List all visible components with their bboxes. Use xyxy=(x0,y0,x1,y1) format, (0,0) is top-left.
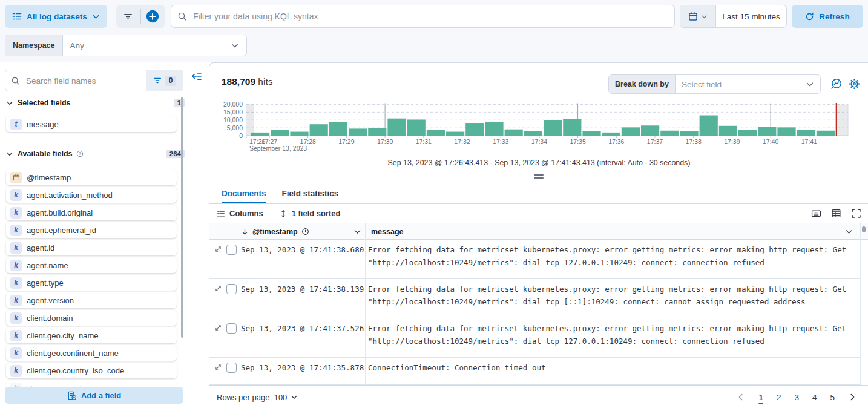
field-filter-button[interactable]: 0 xyxy=(146,70,183,91)
svg-text:17:29: 17:29 xyxy=(338,138,354,145)
timestamp-cell: Sep 13, 2023 @ 17:41:35.878 xyxy=(241,361,364,374)
page-number-3[interactable]: 3 xyxy=(794,393,799,402)
breakdown-control: Break down by Select field xyxy=(608,74,821,94)
time-range-button[interactable]: Last 15 minutes xyxy=(716,5,786,27)
namespace-select[interactable]: Any xyxy=(63,35,247,56)
breakdown-select[interactable]: Select field xyxy=(676,75,820,93)
field-name: agent.build.original xyxy=(27,208,93,217)
histogram-bar xyxy=(797,130,815,136)
date-picker-calendar-button[interactable] xyxy=(680,5,716,27)
svg-text:17:33: 17:33 xyxy=(493,138,508,145)
field-item[interactable]: kagent.build.original xyxy=(6,205,177,220)
kql-search-bar xyxy=(171,5,675,28)
chart-settings-button[interactable] xyxy=(849,78,860,90)
message-cell: Error fetching data for metricset kubern… xyxy=(368,322,855,347)
column-divider xyxy=(238,223,238,385)
sidebar-scrollbar[interactable] xyxy=(181,97,183,338)
svg-text:20,000: 20,000 xyxy=(223,101,243,108)
expand-document-button[interactable] xyxy=(214,245,222,253)
grid-toolbar: Columns 1 field sorted xyxy=(209,204,868,223)
refresh-button[interactable]: Refresh xyxy=(792,5,863,28)
histogram-svg: 05,00010,00015,00020,00017:2617:2717:281… xyxy=(209,101,868,152)
select-document-checkbox[interactable] xyxy=(226,245,237,255)
field-item[interactable]: kagent.name xyxy=(6,257,177,273)
page-number-1[interactable]: 1 xyxy=(758,393,763,402)
document-row: Sep 13, 2023 @ 17:41:35.878ConnectionTim… xyxy=(209,358,860,385)
page-number-5[interactable]: 5 xyxy=(830,393,835,402)
field-item[interactable]: kagent.version xyxy=(6,292,177,308)
field-item[interactable]: kagent.ephemeral_id xyxy=(6,222,177,238)
next-page-button[interactable] xyxy=(848,393,856,401)
selected-fields-header[interactable]: Selected fields 1 xyxy=(6,99,185,107)
histogram-chart[interactable]: 05,00010,00015,00020,00017:2617:2717:281… xyxy=(209,101,868,152)
histogram-bar xyxy=(660,131,679,136)
page-number-4[interactable]: 4 xyxy=(812,393,817,402)
field-item[interactable]: kagent.id xyxy=(6,240,177,255)
histogram-bar xyxy=(407,119,426,136)
page-number-2[interactable]: 2 xyxy=(777,393,781,402)
display-density-button[interactable] xyxy=(831,208,841,219)
field-search-input[interactable] xyxy=(25,76,140,86)
column-divider xyxy=(860,223,861,385)
histogram-bar xyxy=(563,119,581,136)
field-name: client.domain xyxy=(27,314,73,323)
field-item[interactable]: kclient.geo.continent_name xyxy=(6,345,177,361)
columns-button[interactable]: Columns xyxy=(217,209,263,218)
plus-circle-icon xyxy=(146,10,159,23)
sort-fields-button[interactable]: 1 field sorted xyxy=(279,209,341,218)
select-document-checkbox[interactable] xyxy=(226,363,237,373)
rows-per-page-button[interactable]: Rows per page: 100 xyxy=(217,393,298,402)
view-tabs: Documents Field statistics xyxy=(209,185,868,204)
fullscreen-button[interactable] xyxy=(851,208,861,219)
svg-text:17:32: 17:32 xyxy=(454,138,470,145)
filter-funnel-icon xyxy=(153,76,162,85)
histogram-bar xyxy=(680,131,698,136)
keyboard-shortcuts-button[interactable] xyxy=(811,208,821,219)
column-divider xyxy=(365,223,366,385)
histogram-bar xyxy=(524,131,542,136)
discover-app: All log datasets xyxy=(0,0,868,408)
date-token-calendar-icon xyxy=(10,172,22,183)
namespace-control: Namespace Any xyxy=(5,35,247,56)
field-item[interactable]: kagent.type xyxy=(6,275,177,291)
field-search-box: 0 xyxy=(5,70,183,91)
refresh-label: Refresh xyxy=(819,12,849,21)
collapse-sidebar-button[interactable] xyxy=(191,71,202,82)
kql-query-input[interactable] xyxy=(192,11,668,22)
hits-label: hits xyxy=(258,76,272,87)
message-column-header[interactable]: message xyxy=(371,223,404,240)
field-item[interactable]: kclient.geo.country_iso_code xyxy=(6,363,177,378)
grid-scrollbar[interactable] xyxy=(862,226,866,232)
histogram-bar xyxy=(349,128,367,136)
timestamp-column-header[interactable]: @timestamp xyxy=(241,223,309,240)
add-filter-button[interactable] xyxy=(141,5,165,28)
select-document-checkbox[interactable] xyxy=(226,284,237,294)
field-item[interactable]: kclient.domain xyxy=(6,310,177,326)
field-item[interactable]: kclient.geo.city_name xyxy=(6,327,177,343)
filters-button[interactable] xyxy=(116,5,140,28)
message-column-menu[interactable] xyxy=(845,223,853,240)
hits-value: 188,709 xyxy=(222,76,255,87)
expand-document-button[interactable] xyxy=(214,363,222,371)
available-fields-header[interactable]: Available fields ? 264 xyxy=(6,150,185,158)
field-item[interactable]: tmessage xyxy=(6,116,177,132)
add-field-button[interactable]: Add a field xyxy=(5,387,183,404)
breakdown-placeholder: Select field xyxy=(682,80,722,89)
edit-visualization-button[interactable] xyxy=(830,78,842,90)
sort-arrows-icon xyxy=(279,209,288,218)
expand-document-button[interactable] xyxy=(214,324,222,332)
datasets-selector-button[interactable]: All log datasets xyxy=(5,5,107,28)
histogram-bar xyxy=(582,131,600,136)
tab-documents[interactable]: Documents xyxy=(222,189,266,203)
keyword-token-icon: k xyxy=(10,242,22,254)
timestamp-column-menu[interactable] xyxy=(353,223,361,240)
document-row: Sep 13, 2023 @ 17:41:38.680Error fetchin… xyxy=(209,240,860,279)
select-document-checkbox[interactable] xyxy=(226,323,237,334)
field-item[interactable]: @timestamp xyxy=(6,169,177,185)
previous-page-button[interactable] xyxy=(737,393,745,401)
resize-handle[interactable] xyxy=(534,174,544,180)
field-item[interactable]: kagent.activation_method xyxy=(6,187,177,203)
expand-document-button[interactable] xyxy=(214,285,222,292)
tab-field-statistics[interactable]: Field statistics xyxy=(282,189,339,203)
histogram-bar xyxy=(368,128,386,136)
